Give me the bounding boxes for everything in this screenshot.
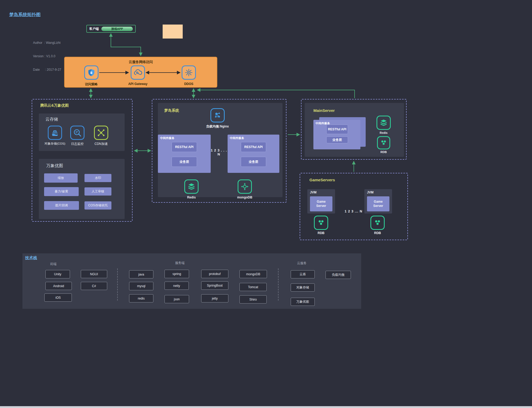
ddos-sun-icon (182, 65, 196, 80)
mongodb-icon (238, 179, 252, 194)
game-app-badge: 游戏APP (101, 27, 133, 31)
cloud-network-access-group: 云服务网络访问 访问策略 API Gateway (64, 57, 217, 88)
tech-chip-spring: spring (164, 270, 189, 278)
mongodb-node: mongoDB (229, 179, 261, 199)
game-server-node: Game Server (367, 196, 389, 211)
middleware-service-panel: 中间件服务 RESTful API 业务层 (228, 135, 279, 173)
redis-icon (376, 116, 391, 130)
panel-title: JVM (310, 191, 317, 194)
group-title: 梦岛系统 (164, 108, 179, 113)
tech-chip-android: Android (45, 282, 72, 290)
node-label: Redis (187, 196, 196, 199)
log-monitor-icon (70, 126, 84, 140)
middleware-service-panel: 中间件服务 RESTful API 业务层 (313, 120, 360, 149)
scale-indicator: 1 2 3 ... N (342, 209, 365, 213)
group-title: MainServer (313, 108, 335, 113)
node-label: Redis (380, 131, 388, 134)
business-layer-node: 业务层 (326, 136, 348, 143)
client-label: 客户端 (89, 27, 99, 31)
tencent-cloud-group: 腾讯云&万象优图 云存储 对象存储(COS) (32, 99, 133, 222)
cdn-icon (94, 126, 108, 140)
feature-chip-callback: 图片回调 (44, 201, 79, 210)
meta-author: Author : WangLizhi (33, 41, 61, 45)
redis-node: Redis (368, 116, 399, 134)
group-title: GameServers (309, 178, 335, 182)
nginx-node: 负载均衡:Nginx (196, 108, 239, 129)
page-title: 梦岛系统拓扑图 (9, 12, 41, 18)
business-layer-node: 业务层 (241, 157, 266, 167)
node-label: 负载均衡:Nginx (206, 124, 229, 129)
ddos-node: DDOS (170, 65, 207, 86)
panel-title: 万象优图 (46, 163, 63, 169)
meta-date: Date : 2017-9-27 (33, 68, 61, 72)
node-label: RDB (374, 231, 381, 235)
horizontal-scrollbar[interactable] (0, 406, 532, 408)
scale-indicator: 1 2 3 . . . N (210, 148, 228, 156)
column-header-cloud: 云服务 (297, 261, 307, 265)
main-server-group: MainServer 中间件服务 RESTful API 业务层 Redis (301, 99, 407, 160)
arrow-mainserver-gateway (197, 90, 355, 98)
api-gateway-node: API Gateway (119, 65, 156, 86)
rdb-node: RDB (305, 216, 337, 235)
tech-chip-load-balancer: 负载均衡 (326, 271, 351, 279)
tech-chip-protobuf: protobuf (201, 270, 228, 278)
group-title: 云服务网络访问 (65, 60, 217, 64)
rdb-node: RDB (368, 136, 399, 154)
client-node: 客户端 游戏APP (86, 25, 136, 33)
rdb-icon (314, 216, 328, 230)
load-balancer-icon (210, 108, 225, 122)
diagram-meta: Author : WangLizhi Version : V1.0.0 Date… (33, 32, 61, 81)
node-label: API Gateway (128, 82, 148, 86)
group-title: 腾讯云&万象优图 (40, 103, 69, 108)
topology-canvas: 梦岛系统拓扑图 Author : WangLizhi Version : V1.… (0, 0, 532, 408)
tech-chip-tomcat: Tomcat (239, 283, 267, 291)
tech-stack-title: 技术栈 (25, 255, 37, 260)
column-header-backend: 服务端 (175, 261, 185, 265)
tech-chip-csharp: C# (81, 282, 107, 290)
tech-chip-springboot: SpringBoot (201, 281, 228, 290)
feature-chip-moderation: 暴力/鉴黄 (44, 187, 79, 196)
node-label: RDB (380, 150, 387, 154)
game-servers-group: GameServers JVM Game Server 1 2 3 ... N … (300, 173, 408, 240)
panel-title: 云存储 (45, 117, 58, 122)
restful-api-node: RESTful API (241, 142, 266, 152)
feature-chip-cos-hosting: COS存储依托 (84, 201, 111, 210)
tech-chip-java: java (129, 270, 153, 278)
node-label: mongoDB (237, 196, 252, 199)
panel-title: JVM (367, 191, 374, 194)
game-server-node: Game Server (310, 196, 332, 211)
feature-chip-zoom: 缩放 (44, 173, 78, 183)
restful-api-node: RESTful API (326, 125, 348, 134)
orange-rect (163, 25, 183, 39)
business-layer-node: 业务层 (172, 157, 197, 167)
tech-chip-redis: redis (129, 294, 153, 302)
tech-chip-image-processing: 万象优图 (291, 298, 315, 306)
tech-chip-netty: netty (164, 282, 189, 290)
tech-chip-ngui: NGUI (81, 270, 107, 278)
tech-chip-shiro: Shiro (239, 295, 267, 303)
node-label: 对象存储(COS) (45, 142, 65, 146)
shield-lock-icon (84, 65, 98, 80)
redis-node: Redis (176, 179, 207, 199)
node-label: 日志监控 (71, 142, 84, 146)
dream-island-group: 梦岛系统 负载均衡:Nginx 中间件服务 RESTful A (152, 99, 286, 203)
tech-chip-ios: iOS (44, 293, 72, 302)
cloud-storage-panel: 云存储 对象存储(COS) (39, 113, 125, 151)
group-divider (278, 268, 279, 301)
panel-title: 中间件服务 (230, 136, 244, 140)
tech-chip-json: json (164, 295, 189, 303)
rdb-node: RDB (362, 216, 393, 235)
main-server-panel: MainServer 中间件服务 RESTful API 业务层 Redis (305, 103, 404, 157)
tech-chip-mysql: mysql (129, 282, 153, 290)
tech-stack-panel: 技术栈 前端 服务端 云服务 Unity NGUI Android C# iOS… (22, 253, 361, 309)
group-divider (117, 268, 118, 301)
dream-island-panel: 梦岛系统 负载均衡:Nginx 中间件服务 RESTful A (158, 103, 283, 197)
cdn-node: CDN加速 (87, 126, 116, 146)
feature-chip-watermark: 水印 (84, 174, 111, 182)
image-processing-panel: 万象优图 缩放 水印 暴力/鉴黄 人工审核 图片回调 COS存储依托 (39, 159, 125, 219)
rdb-icon (377, 136, 390, 149)
column-header-frontend: 前端 (50, 262, 57, 266)
middleware-service-panel: 中间件服务 RESTful API 业务层 (158, 135, 211, 173)
cloud-gateway-icon (131, 65, 145, 80)
tech-chip-cloud-shield: 云盾 (291, 270, 315, 278)
